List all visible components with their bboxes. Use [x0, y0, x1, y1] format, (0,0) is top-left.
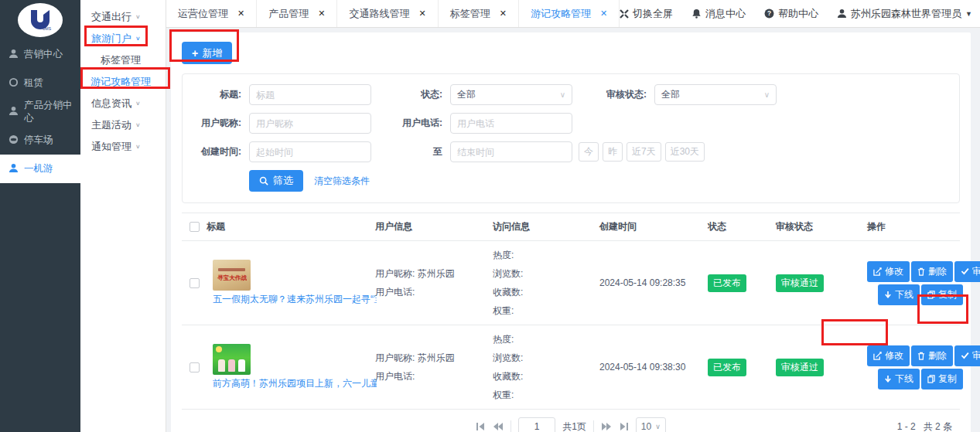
first-page-button[interactable] — [476, 422, 486, 431]
quick-yesterday-button[interactable]: 昨 — [603, 142, 623, 162]
audit-button[interactable]: 审核 — [954, 345, 980, 366]
visit-favorites: 收藏数: — [493, 367, 599, 386]
page-number-input[interactable] — [518, 417, 555, 432]
close-icon[interactable]: ✕ — [600, 9, 607, 19]
filter-search-button[interactable]: 筛选 — [249, 170, 303, 192]
quick-30days-button[interactable]: 近30天 — [665, 142, 705, 162]
copy-button[interactable]: 复制 — [921, 369, 963, 389]
tab-travelnotes[interactable]: 游记攻略管理 ✕ — [519, 0, 620, 27]
sidebar-item-marketing-center[interactable]: 营销中心 — [0, 40, 80, 69]
start-time-input[interactable] — [249, 141, 371, 162]
fullscreen-toggle[interactable]: 切换全屏 — [620, 7, 673, 21]
submenu-item-theme-activity[interactable]: 主题活动∨ — [80, 114, 166, 136]
tab-label: 游记攻略管理 — [531, 7, 591, 21]
sidebar-item-rental[interactable]: 租赁 — [0, 69, 80, 97]
phone-filter-label: 用户电话: — [371, 117, 442, 130]
delete-button[interactable]: 删除 — [911, 261, 953, 282]
close-icon[interactable]: ✕ — [500, 9, 507, 19]
edit-icon — [873, 267, 882, 276]
bell-icon — [691, 9, 702, 19]
audit-button[interactable]: 审核 — [954, 261, 980, 282]
check-icon — [961, 352, 969, 359]
prev-page-button[interactable] — [493, 422, 504, 431]
travelnotes-table: 标题 用户信息 访问信息 创建时间 状态 审核状态 操作 — [182, 213, 960, 410]
submenu-label: 信息资讯 — [91, 93, 131, 114]
message-center[interactable]: 消息中心 — [691, 7, 746, 21]
submenu-item-notice-management[interactable]: 通知管理∨ — [80, 136, 166, 158]
chevron-down-icon: ∨ — [764, 90, 770, 99]
row-checkbox[interactable] — [190, 362, 200, 372]
logo-ums-text: UMS — [43, 26, 52, 31]
phone-filter-input[interactable] — [450, 113, 572, 134]
row-checkbox[interactable] — [190, 278, 200, 288]
sidebar-item-distribution-center[interactable]: 产品分销中心 — [0, 97, 80, 126]
visit-views: 浏览数: — [493, 264, 599, 283]
submenu-item-transport[interactable]: 交通出行∨ — [80, 6, 166, 28]
tab-product[interactable]: 产品管理 ✕ — [257, 0, 337, 27]
tab-label: 运营位管理 — [178, 7, 228, 21]
sidebar-item-yijiyou[interactable]: 一机游 — [0, 155, 80, 183]
visit-views: 浏览数: — [493, 349, 599, 367]
close-icon[interactable]: ✕ — [418, 9, 425, 19]
arrow-down-icon — [884, 375, 892, 383]
row-title-link[interactable]: 五一假期太无聊？速来苏州乐园一起寻“宝” — [213, 293, 377, 306]
sidebar-item-parking[interactable]: 停车场 — [0, 126, 80, 155]
edit-button[interactable]: 修改 — [867, 345, 910, 366]
delete-label: 删除 — [928, 265, 947, 278]
select-all-checkbox[interactable] — [190, 222, 200, 232]
next-page-button[interactable] — [601, 422, 612, 431]
fullscreen-icon — [620, 9, 629, 19]
user-name: 苏州乐园森林世界管理员 — [851, 7, 961, 21]
visit-weight: 权重: — [493, 386, 599, 404]
help-center[interactable]: ? 帮助中心 — [764, 7, 818, 21]
submenu-item-tag-management[interactable]: 标签管理 — [80, 49, 166, 71]
submenu-item-travel-portal[interactable]: 旅游门户∨ — [80, 28, 166, 49]
quick-today-button[interactable]: 今 — [579, 142, 599, 162]
sidebar-item-label: 产品分销中心 — [24, 99, 80, 125]
quick-7days-button[interactable]: 近7天 — [627, 142, 661, 162]
close-icon[interactable]: ✕ — [237, 9, 244, 19]
offline-button[interactable]: 下线 — [878, 284, 920, 305]
submenu-item-travelnotes-management[interactable]: 游记攻略管理 — [80, 71, 166, 93]
user-menu[interactable]: 苏州乐园森林世界管理员 ▼ — [837, 7, 972, 21]
row-title-link[interactable]: 前方高萌！苏州乐园项目上新，六一儿童节 — [213, 377, 377, 390]
brand-logo: UMS — [0, 0, 80, 40]
sidebar-item-label: 一机游 — [24, 162, 53, 175]
tab-traffic-route[interactable]: 交通路线管理 ✕ — [337, 0, 438, 27]
edit-button[interactable]: 修改 — [867, 261, 910, 282]
status-select[interactable]: 全部 ∨ — [450, 84, 572, 105]
caret-down-icon: ▼ — [965, 10, 972, 18]
status-badge: 已发布 — [708, 359, 746, 376]
last-page-button[interactable] — [619, 422, 629, 431]
title-filter-input[interactable] — [249, 84, 371, 105]
user-icon — [9, 106, 19, 118]
nickname-filter-input[interactable] — [249, 113, 371, 134]
chevron-down-icon: ∨ — [135, 30, 141, 47]
offline-label: 下线 — [895, 288, 913, 301]
secondary-sidebar: 交通出行∨ 旅游门户∨ 标签管理 游记攻略管理 信息资讯∨ 主题活动∨ 通知管理… — [80, 0, 166, 432]
tab-tag[interactable]: 标签管理 ✕ — [439, 0, 519, 27]
offline-button[interactable]: 下线 — [878, 369, 920, 389]
delete-button[interactable]: 删除 — [911, 345, 953, 366]
plus-icon: + — [192, 47, 198, 60]
add-button-label: 新增 — [202, 46, 222, 60]
close-icon[interactable]: ✕ — [318, 9, 325, 19]
row-thumbnail[interactable]: 寻宝大作战 — [213, 260, 251, 291]
page-size-select[interactable]: 10 ∨ — [636, 417, 666, 432]
range-text: 1 - 2 — [897, 421, 916, 432]
row-created-time: 2024-05-14 09:38:30 — [599, 362, 708, 372]
edit-label: 修改 — [885, 349, 903, 362]
filter-panel: 标题: 状态: 全部 ∨ 审核状态: 全部 ∨ — [182, 73, 960, 203]
copy-button[interactable]: 复制 — [921, 284, 963, 305]
add-button[interactable]: + 新增 — [182, 42, 232, 64]
quick-date-buttons: 今 昨 近7天 近30天 — [579, 142, 705, 162]
audit-status-select[interactable]: 全部 ∨ — [654, 84, 777, 105]
record-range: 1 - 2 共 2 条 — [897, 420, 952, 432]
end-time-input[interactable] — [450, 141, 572, 162]
row-thumbnail[interactable] — [213, 344, 251, 375]
check-icon — [961, 267, 969, 275]
user-icon — [837, 9, 847, 19]
tab-operation-position[interactable]: 运营位管理 ✕ — [166, 0, 257, 27]
submenu-item-info-news[interactable]: 信息资讯∨ — [80, 93, 166, 114]
clear-filters-link[interactable]: 清空筛选条件 — [314, 175, 370, 188]
